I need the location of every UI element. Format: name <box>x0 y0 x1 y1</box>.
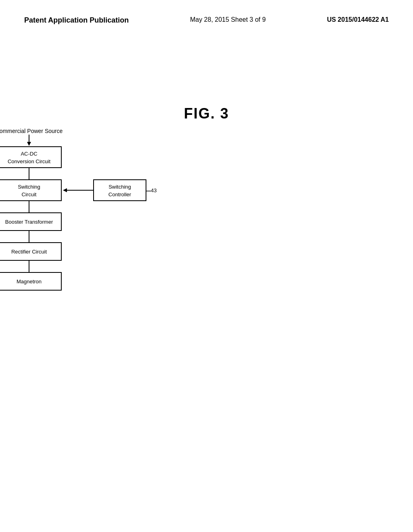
svg-text:Controller: Controller <box>108 191 131 197</box>
svg-rect-8 <box>0 180 61 201</box>
svg-text:Switching: Switching <box>18 184 40 190</box>
publication-title: Patent Application Publication <box>24 16 129 25</box>
svg-marker-19 <box>63 188 67 192</box>
svg-rect-13 <box>94 180 146 201</box>
svg-marker-1 <box>27 142 31 146</box>
svg-text:Switching: Switching <box>108 184 131 190</box>
publication-number: US 2015/0144622 A1 <box>327 16 389 23</box>
circuit-diagram: Commercial Power Source AC-DC Conversion… <box>0 125 206 407</box>
svg-text:AC-DC: AC-DC <box>21 151 37 157</box>
svg-text:Circuit: Circuit <box>22 191 37 197</box>
figure-title: FIG. 3 <box>0 105 413 122</box>
svg-text:Magnetron: Magnetron <box>17 278 42 285</box>
svg-text:Conversion Circuit: Conversion Circuit <box>8 158 51 164</box>
publication-date-sheet: May 28, 2015 Sheet 3 of 9 <box>190 16 266 23</box>
svg-text:43: 43 <box>151 187 156 193</box>
svg-rect-2 <box>0 147 61 168</box>
svg-text:Booster Transformer: Booster Transformer <box>5 219 53 225</box>
page-header: Patent Application Publication May 28, 2… <box>0 0 413 25</box>
svg-text:Rectifier Circuit: Rectifier Circuit <box>11 249 47 255</box>
power-source-label: Commercial Power Source <box>0 128 63 134</box>
